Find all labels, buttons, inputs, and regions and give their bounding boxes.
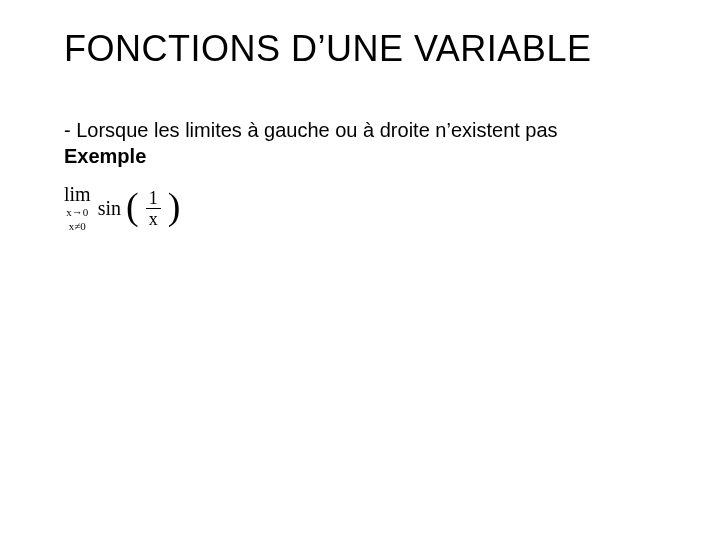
fraction: 1 x: [146, 189, 161, 228]
fraction-denominator: x: [146, 209, 161, 228]
right-paren: ): [168, 187, 181, 225]
limit-operator: lim x→0 x≠0: [64, 184, 91, 232]
limit-sub-1: x→0: [64, 206, 91, 218]
sin-function: sin: [98, 197, 121, 220]
limit-word: lim: [64, 184, 91, 204]
slide: FONCTIONS D’UNE VARIABLE - Lorsque les l…: [0, 0, 720, 540]
limit-formula: lim x→0 x≠0 sin ( 1 x ): [64, 184, 180, 232]
body-text-line1: - Lorsque les limites à gauche ou à droi…: [64, 118, 558, 142]
slide-title: FONCTIONS D’UNE VARIABLE: [64, 28, 591, 70]
fraction-numerator: 1: [146, 189, 161, 209]
left-paren: (: [126, 187, 139, 225]
example-label: Exemple: [64, 144, 146, 168]
limit-sub-2: x≠0: [64, 220, 91, 232]
